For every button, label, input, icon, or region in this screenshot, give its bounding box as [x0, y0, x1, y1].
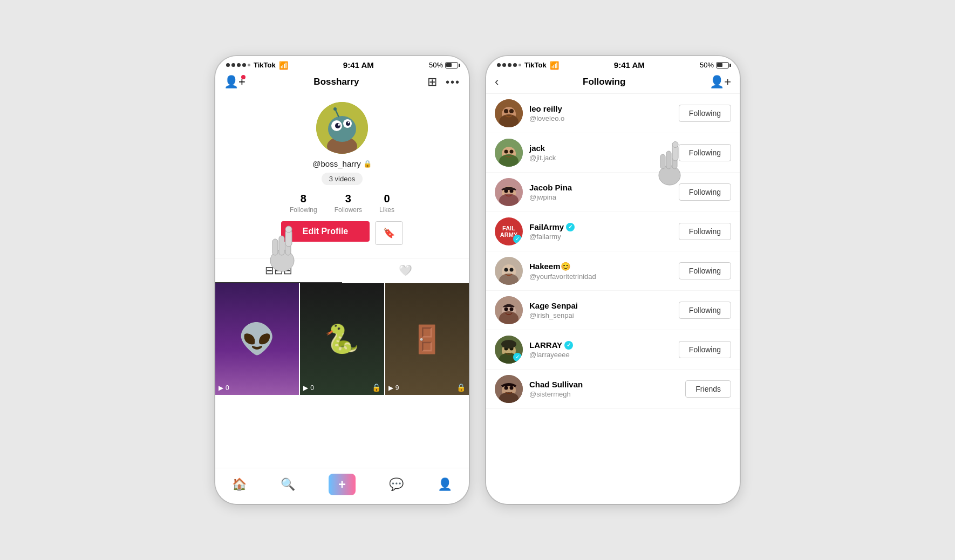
- battery-percent: 50%: [429, 61, 443, 69]
- profile-avatar[interactable]: [316, 102, 368, 154]
- following-button-leo[interactable]: Following: [679, 105, 731, 122]
- user-info-leo: leo reilly @loveleo.o: [529, 104, 672, 122]
- play-icon-2: ▶: [303, 384, 308, 392]
- video-lock-1: 🔒: [372, 383, 381, 392]
- following-label: Following: [290, 206, 317, 214]
- nav-profile[interactable]: 👤: [438, 477, 452, 491]
- following-button-kage[interactable]: Following: [679, 302, 731, 319]
- plus-icon: +: [338, 477, 346, 492]
- carrier-name: TikTok: [254, 61, 276, 69]
- avatar-leo[interactable]: [495, 99, 523, 127]
- video-thumb-3[interactable]: 🚪 ▶ 9 🔒: [385, 283, 469, 395]
- battery-percent-2: 50%: [700, 61, 714, 69]
- add-user-following-button[interactable]: 👤+: [710, 75, 731, 89]
- stat-followers[interactable]: 3 Followers: [335, 193, 362, 214]
- user-info-kage: Kage Senpai @irish_senpai: [529, 301, 672, 319]
- svg-point-25: [504, 150, 508, 154]
- carrier-name-2: TikTok: [524, 61, 547, 69]
- tab-videos[interactable]: ⊟⊟⊟: [215, 258, 342, 283]
- avatar-leo-svg: [495, 99, 523, 127]
- wifi-icon: 📶: [279, 61, 288, 70]
- stat-following[interactable]: 8 Following: [290, 193, 317, 214]
- nav-search[interactable]: 🔍: [281, 477, 295, 491]
- avatar-kage[interactable]: [495, 296, 523, 324]
- bookmark-button[interactable]: 🔖: [375, 221, 403, 245]
- following-header: ‹ Following 👤+: [486, 72, 740, 94]
- svg-point-57: [504, 386, 508, 390]
- views-count-1: 0: [226, 384, 229, 392]
- user-name-chad: Chad Sullivan: [529, 380, 679, 389]
- svg-point-32: [672, 142, 678, 148]
- views-count-2: 0: [310, 384, 314, 392]
- heart-icon: 🤍: [399, 264, 412, 277]
- back-button[interactable]: ‹: [495, 75, 499, 89]
- profile-icon: 👤: [438, 477, 452, 491]
- content-tabs: ⊟⊟⊟ 🤍: [215, 258, 469, 283]
- tab-liked[interactable]: 🤍: [342, 258, 469, 283]
- avatar-chad[interactable]: [495, 375, 523, 403]
- battery-icon: [445, 62, 458, 69]
- friends-button-chad[interactable]: Friends: [685, 380, 731, 398]
- nav-home[interactable]: 🏠: [232, 477, 247, 491]
- avatar-jack-svg: [495, 139, 523, 167]
- svg-point-47: [510, 308, 514, 311]
- battery-icon-2: [716, 62, 729, 69]
- video-thumb-1[interactable]: 👽 ▶ 0: [215, 283, 299, 395]
- avatar-larray[interactable]: ✓: [495, 336, 523, 364]
- following-button-failarmy[interactable]: Following: [679, 223, 731, 240]
- following-screen-title: Following: [583, 77, 625, 87]
- inbox-icon: 💬: [389, 477, 404, 491]
- verified-badge-larray: ✓: [513, 346, 522, 363]
- avatar-kage-svg: [495, 296, 523, 324]
- notification-dot: [241, 75, 245, 79]
- video-thumb-2[interactable]: 🐍 ▶ 0 🔒: [300, 283, 384, 395]
- user-handle-chad: @sistermegh: [529, 390, 679, 398]
- action-row: Edit Profile: [270, 221, 414, 245]
- svg-point-26: [510, 150, 514, 154]
- create-button[interactable]: +: [329, 474, 356, 495]
- svg-point-21: [509, 109, 514, 113]
- search-icon: 🔍: [281, 477, 295, 491]
- video-lock-2: 🔒: [456, 383, 466, 392]
- user-info-failarmy: FailArmy ✓ @failarmy: [529, 222, 672, 241]
- user-handle-jack: @jit.jack: [529, 154, 672, 162]
- following-button-jacob[interactable]: Following: [679, 183, 731, 201]
- more-options-icon[interactable]: •••: [446, 76, 460, 88]
- following-button-hakeem[interactable]: Following: [679, 262, 731, 279]
- following-item-hakeem: Hakeem😊 @yourfavoritetrinidad Following: [486, 251, 740, 291]
- svg-point-58: [510, 386, 514, 390]
- user-handle-larray: @larrayeeee: [529, 351, 672, 359]
- status-bar-following: TikTok 📶 9:41 AM 50%: [486, 56, 740, 72]
- following-list: leo reilly @loveleo.o Following jack @ji…: [486, 94, 740, 504]
- user-handle-kage: @irish_senpai: [529, 311, 672, 319]
- user-name-leo: leo reilly: [529, 104, 672, 113]
- svg-point-20: [504, 109, 508, 113]
- following-item-jacob: Jacob Pina @jwpina Following: [486, 173, 740, 212]
- avatar-jacob[interactable]: [495, 178, 523, 206]
- edit-profile-button[interactable]: Edit Profile: [281, 221, 370, 242]
- user-handle-failarmy: @failarmy: [529, 233, 672, 241]
- user-name-jacob: Jacob Pina: [529, 183, 672, 192]
- dot5: [248, 64, 250, 66]
- lock-icon: 🔒: [363, 160, 372, 168]
- bottom-navigation: 🏠 🔍 + 💬 👤: [215, 468, 469, 504]
- following-item-larray: ✓ LARRAY ✓ @larrayeeee Following: [486, 330, 740, 370]
- user-name-kage: Kage Senpai: [529, 301, 672, 310]
- following-button-jack[interactable]: Following: [679, 144, 731, 161]
- avatar-svg: [316, 102, 368, 154]
- grid-icon[interactable]: ⊞: [427, 75, 437, 89]
- avatar-jack[interactable]: [495, 139, 523, 167]
- followers-label: Followers: [335, 206, 362, 214]
- dot3: [237, 63, 241, 67]
- profile-header: 👤+ Bossharry ⊞ •••: [215, 72, 469, 93]
- user-name-larray: LARRAY ✓: [529, 340, 672, 350]
- avatar-failarmy[interactable]: FAILARMY ✓: [495, 217, 523, 245]
- avatar-hakeem[interactable]: [495, 257, 523, 285]
- status-bar-profile: TikTok 📶 9:41 AM 50%: [215, 56, 469, 72]
- user-info-jack: jack @jit.jack: [529, 144, 672, 162]
- followers-count: 3: [345, 193, 351, 205]
- nav-inbox[interactable]: 💬: [389, 477, 404, 491]
- stat-likes[interactable]: 0 Likes: [379, 193, 394, 214]
- following-button-larray[interactable]: Following: [679, 341, 731, 358]
- svg-rect-28: [672, 150, 677, 169]
